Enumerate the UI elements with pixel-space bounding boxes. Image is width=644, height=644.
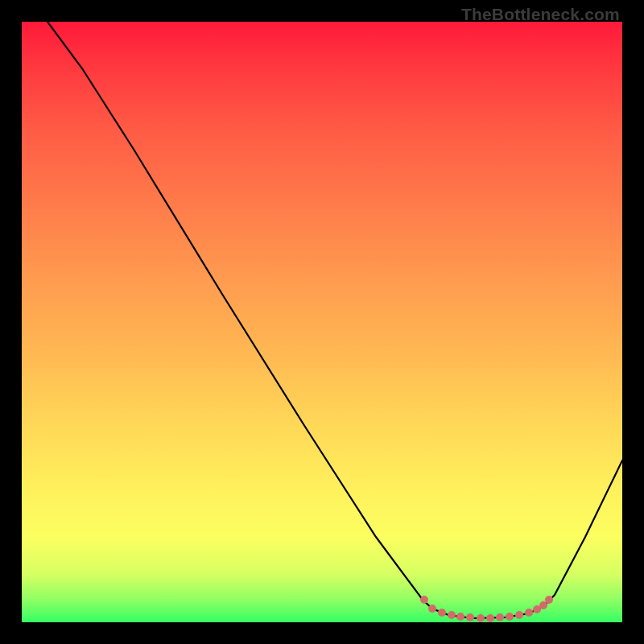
highlight-dot bbox=[545, 596, 553, 604]
watermark-text: TheBottleneck.com bbox=[461, 5, 620, 24]
chart-plot-area bbox=[22, 22, 622, 622]
highlight-dot bbox=[533, 605, 541, 613]
highlight-dot bbox=[539, 601, 547, 609]
highlight-dot bbox=[428, 605, 436, 613]
highlight-dot bbox=[420, 596, 428, 604]
highlight-dot bbox=[448, 611, 456, 619]
highlight-dot bbox=[525, 609, 533, 617]
highlight-dot bbox=[477, 614, 485, 622]
highlight-dot bbox=[496, 613, 504, 621]
highlight-dot bbox=[486, 614, 494, 622]
highlight-dot bbox=[515, 611, 523, 619]
highlight-dot bbox=[466, 613, 474, 621]
highlight-dot bbox=[438, 609, 446, 617]
chart-svg bbox=[22, 22, 622, 622]
highlight-dot bbox=[456, 613, 464, 621]
dot-highlight-group bbox=[420, 596, 553, 622]
highlight-dot bbox=[506, 613, 514, 621]
main-curve-path bbox=[47, 22, 622, 618]
